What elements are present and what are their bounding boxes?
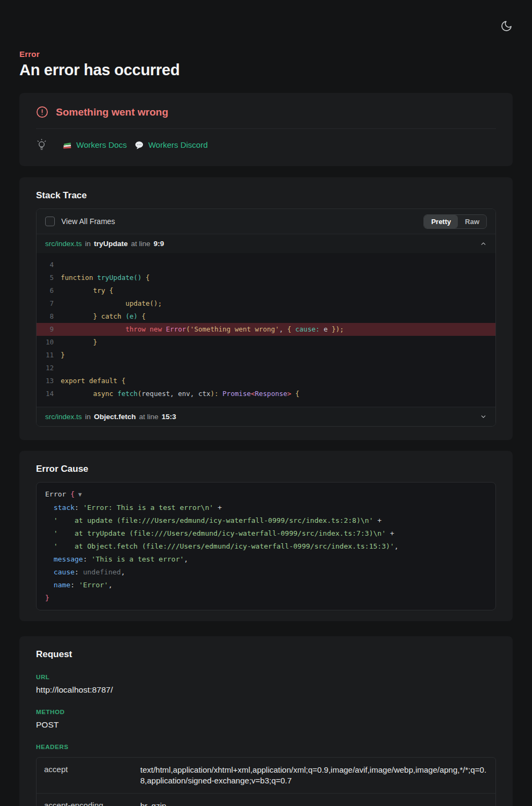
toggle-pretty-button[interactable]: Pretty: [424, 215, 458, 228]
workers-discord-label: Workers Discord: [148, 140, 208, 149]
toggle-raw-button[interactable]: Raw: [458, 215, 486, 228]
method-value: POST: [36, 720, 496, 730]
header-row: accepttext/html,application/xhtml+xml,ap…: [37, 758, 495, 793]
checkbox-box[interactable]: [45, 217, 55, 226]
header-key: accept-encoding: [37, 793, 133, 806]
header-value: text/html,application/xhtml+xml,applicat…: [133, 758, 495, 793]
chevron-up-icon: [480, 240, 487, 247]
error-banner-card: Something went wrong Workers Docs: [19, 93, 513, 166]
stack-trace-panel: View All Frames Pretty Raw src/index.ts …: [36, 208, 496, 427]
lightbulb-icon: [36, 138, 47, 152]
headers-label: HEADERS: [36, 744, 496, 750]
frame-function: tryUpdate: [94, 240, 128, 248]
books-icon: [62, 140, 72, 150]
pretty-raw-toggle: Pretty Raw: [423, 214, 487, 229]
code-line: 12: [37, 362, 495, 375]
url-label: URL: [36, 674, 496, 680]
speech-bubble-icon: [134, 140, 144, 150]
error-cause-card: Error Cause Error { ▼ stack: 'Error: Thi…: [19, 451, 513, 621]
workers-discord-link[interactable]: Workers Discord: [134, 140, 208, 150]
url-value: http://localhost:8787/: [36, 685, 496, 695]
theme-toggle-button[interactable]: [499, 18, 514, 33]
error-cause-line: name: 'Error',: [45, 579, 487, 592]
header-key: accept: [37, 758, 133, 793]
error-cause-line: ' at tryUpdate (file:///Users/edmund/icy…: [45, 527, 487, 540]
error-cause-line: Error { ▼: [45, 488, 487, 501]
code-block: 45function tryUpdate() {6 try {7 update(…: [37, 253, 495, 407]
page-title: An error has occurred: [19, 61, 513, 79]
code-line: 11}: [37, 349, 495, 362]
code-line-highlighted: 9 throw new Error('Something went wrong'…: [37, 323, 495, 336]
error-message: Something went wrong: [56, 106, 168, 118]
code-line: 8 } catch (e) {: [37, 310, 495, 323]
stack-frame-header-2[interactable]: src/index.ts in Object.fetch at line 15:…: [37, 407, 495, 426]
method-label: METHOD: [36, 709, 496, 715]
error-cause-line: ' at Object.fetch (file:///Users/edmund/…: [45, 540, 487, 553]
workers-docs-link[interactable]: Workers Docs: [62, 140, 127, 150]
code-line: 13export default {: [37, 375, 495, 387]
code-line: 5function tryUpdate() {: [37, 271, 495, 284]
request-heading: Request: [36, 649, 496, 660]
frame-file: src/index.ts: [45, 240, 82, 248]
error-cause-line: stack: 'Error: This is a test error\n' +: [45, 501, 487, 514]
stack-trace-card: Stack Trace View All Frames Pretty Raw s…: [19, 177, 513, 440]
frame-at-label: at line: [139, 413, 159, 421]
headers-table: accepttext/html,application/xhtml+xml,ap…: [36, 757, 496, 806]
view-all-frames-label: View All Frames: [61, 217, 115, 226]
error-cause-line: message: 'This is a test error',: [45, 553, 487, 566]
stack-frame-header-1[interactable]: src/index.ts in tryUpdate at line 9:9: [37, 234, 495, 253]
header-row: accept-encodingbr, gzip: [37, 793, 495, 806]
frame-line: 9:9: [154, 240, 164, 248]
frame-at-label: at line: [131, 240, 150, 248]
frame-in-label: in: [85, 413, 91, 421]
frame-in-label: in: [85, 240, 91, 248]
error-cause-heading: Error Cause: [36, 464, 496, 474]
error-eyebrow: Error: [19, 49, 513, 59]
chevron-down-icon: [480, 413, 487, 420]
error-cause-panel: Error { ▼ stack: 'Error: This is a test …: [36, 482, 496, 610]
frame-line: 15:3: [162, 413, 176, 421]
moon-icon: [500, 20, 513, 32]
request-card: Request URL http://localhost:8787/ METHO…: [19, 636, 513, 806]
header-value: br, gzip: [133, 793, 495, 806]
workers-docs-label: Workers Docs: [76, 140, 127, 149]
code-line: 4: [37, 258, 495, 271]
error-cause-line: ' at update (file:///Users/edmund/icy-wa…: [45, 514, 487, 527]
frame-function: Object.fetch: [94, 413, 136, 421]
alert-circle-icon: [36, 106, 48, 118]
code-line: 6 try {: [37, 284, 495, 297]
code-line: 14 async fetch(request, env, ctx): Promi…: [37, 387, 495, 400]
frame-file: src/index.ts: [45, 413, 82, 421]
headers-table-body: accepttext/html,application/xhtml+xml,ap…: [37, 758, 495, 806]
code-line: 10 }: [37, 336, 495, 349]
code-line: 7 update();: [37, 297, 495, 310]
error-cause-line: cause: undefined,: [45, 566, 487, 579]
stack-trace-heading: Stack Trace: [36, 190, 496, 201]
view-all-frames-checkbox[interactable]: View All Frames: [45, 217, 115, 226]
error-cause-line: }: [45, 592, 487, 604]
